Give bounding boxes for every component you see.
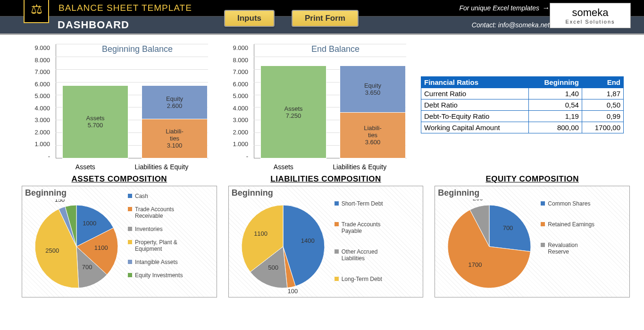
header-sub: DASHBOARD Inputs Print Form Contact: inf… (0, 16, 644, 35)
legend-item: Trade Accounts Receivable (128, 206, 184, 219)
legend-item: Retained Earnings (541, 221, 597, 228)
legend-item: Common Shares (541, 200, 597, 207)
print-form-button[interactable]: Print Form (292, 10, 359, 27)
inputs-button[interactable]: Inputs (224, 10, 275, 27)
table-row: Working Capital Amount800,001700,00 (421, 122, 624, 133)
svg-text:200: 200 (473, 199, 483, 202)
legend-item: Long-Term Debt (335, 276, 391, 282)
balance-scale-icon: ⚖ (24, 0, 49, 23)
table-row: Current Ratio1,401,87 (421, 88, 624, 99)
svg-text:500: 500 (268, 264, 278, 271)
logo: someka Excel Solutions (550, 3, 631, 28)
svg-text:2500: 2500 (45, 247, 59, 254)
svg-text:1700: 1700 (468, 261, 482, 268)
financial-ratios-table: Financial RatiosBeginningEnd Current Rat… (421, 76, 624, 133)
table-row: Debt Ratio0,540,50 (421, 99, 624, 111)
legend-item: Revaluation Reserve (541, 242, 597, 255)
legend-item: Property, Plant & Equipment (128, 239, 184, 252)
svg-text:100: 100 (287, 288, 298, 294)
legend-item: Inventories (128, 226, 184, 232)
svg-text:700: 700 (503, 224, 513, 231)
legend-item: Trade Accounts Payable (335, 221, 391, 234)
svg-text:1400: 1400 (301, 237, 314, 244)
svg-text:1100: 1100 (254, 230, 268, 237)
end-balance-chart: End Balance9.0008.0007.0006.0005.0004.00… (220, 40, 409, 172)
legend-item: Equity Investments (128, 272, 184, 279)
page-title: BALANCE SHEET TEMPLATE (59, 3, 192, 13)
svg-text:250: 250 (65, 199, 75, 201)
legend-item: Intangible Assets (128, 259, 184, 265)
contact-text: Contact: info@someka.net (472, 21, 550, 29)
legend-item: Other Accrued Liabilities (335, 248, 391, 262)
composition-2: ASSETS COMPOSITION Beginning 10001100700… (22, 174, 217, 297)
subtitle: DASHBOARD (58, 19, 129, 31)
composition-3: LIABILITIES COMPOSITION Beginning 140010… (228, 174, 424, 297)
svg-text:1000: 1000 (83, 220, 96, 227)
svg-text:150: 150 (55, 199, 65, 203)
svg-text:700: 700 (82, 264, 92, 271)
svg-text:1100: 1100 (94, 244, 108, 251)
templates-link[interactable]: For unique Excel templates→ (459, 4, 550, 12)
composition-4: EQUITY COMPOSITION Beginning 7001700200C… (435, 174, 630, 297)
beginning-balance-chart: Beginning Balance9.0008.0007.0006.0005.0… (22, 40, 210, 172)
table-row: Debt-To-Equity Ratio1,190,99 (421, 111, 624, 122)
legend-item: Cash (128, 193, 184, 199)
legend-item: Short-Term Debt (335, 200, 391, 207)
arrow-right-icon: → (542, 4, 550, 12)
